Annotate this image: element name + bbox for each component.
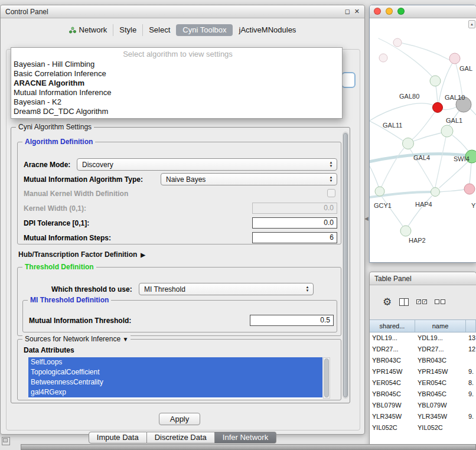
dropdown-item[interactable]: Bayesian - K2: [11, 97, 342, 107]
kernel-width-field[interactable]: 0.0: [252, 203, 337, 214]
algorithm-select-fragment[interactable]: [341, 72, 356, 88]
zoom-button[interactable]: [397, 8, 405, 15]
network-edge[interactable]: [382, 148, 404, 187]
node-gal10[interactable]: [433, 103, 443, 113]
gear-icon[interactable]: ⚙: [383, 297, 392, 307]
network-edge[interactable]: [439, 162, 468, 188]
tab-select[interactable]: Select: [142, 24, 176, 36]
close-window-icon[interactable]: ✕: [354, 8, 360, 15]
network-canvas[interactable]: GALGAL80GAL10GAL11GAL1SWI4GAL4GCY1HAP4HA…: [370, 19, 476, 262]
table-cell: [466, 422, 476, 433]
network-edge[interactable]: [452, 135, 468, 151]
mi-steps-field[interactable]: 6: [252, 232, 337, 243]
table-row[interactable]: YLR345WYLR345W9.: [370, 411, 476, 422]
node-gcy1[interactable]: [375, 187, 384, 196]
network-window-titlebar[interactable]: [370, 5, 476, 18]
dropdown-item[interactable]: Dream8 DC_TDC Algorithm: [11, 107, 342, 116]
dropdown-item[interactable]: Mutual Information Inference: [11, 88, 342, 97]
attribute-item[interactable]: TopologicalCoefficient: [28, 367, 322, 377]
attribute-item[interactable]: SelfLoops: [28, 357, 322, 367]
table-row[interactable]: YBR043CYBR043C: [370, 355, 476, 366]
table-row[interactable]: YBR045CYBR045C9.: [370, 389, 476, 400]
dropdown-item[interactable]: ARACNE Algorithm: [11, 79, 342, 88]
float-window-icon[interactable]: ◻: [345, 8, 350, 15]
sources-toggle[interactable]: Sources for Network Inference ▼: [22, 335, 131, 343]
table-row[interactable]: YIL052CYIL052C: [370, 422, 476, 433]
select-all-icon[interactable]: [416, 299, 427, 304]
scroll-up-button[interactable]: ▲: [468, 20, 475, 28]
dpi-tolerance-field[interactable]: 0.0: [252, 217, 337, 229]
hub-definition-toggle[interactable]: Hub/Transcription Factor Definition ▶: [18, 250, 145, 259]
which-threshold-select[interactable]: MI Threshold ▲▼: [139, 283, 314, 295]
tab-jactivemnodules[interactable]: jActiveMNodules: [233, 24, 302, 36]
table-row[interactable]: YBL079WYBL079W: [370, 400, 476, 411]
node-hap4[interactable]: [431, 188, 440, 197]
bottom-tab-discretize-data[interactable]: Discretize Data: [147, 432, 215, 444]
manual-kernel-checkbox[interactable]: [327, 189, 335, 197]
columns-icon[interactable]: [399, 298, 409, 306]
attribute-item[interactable]: gal4RGexp: [28, 387, 322, 397]
hub-definition-label: Hub/Transcription Factor Definition: [18, 250, 137, 259]
mi-threshold-field[interactable]: 0.5: [250, 315, 334, 326]
bottom-tab-infer-network[interactable]: Infer Network: [215, 432, 276, 444]
minimize-button[interactable]: [386, 8, 393, 15]
mi-type-select[interactable]: Naive Bayes ▲▼: [161, 173, 337, 185]
network-node[interactable]: [379, 54, 387, 62]
network-edge[interactable]: [370, 162, 379, 187]
table-row[interactable]: YDR27...YDR27...12: [370, 344, 476, 355]
network-edge[interactable]: [370, 103, 433, 123]
dropdown-item[interactable]: Basic Correlation Inference: [11, 69, 342, 79]
attributes-scrollbar[interactable]: [323, 357, 330, 399]
table-header: shared...name: [370, 319, 476, 332]
network-edge[interactable]: [382, 196, 403, 226]
tab-network[interactable]: Network: [63, 24, 113, 36]
network-edge[interactable]: [470, 163, 471, 184]
network-edge[interactable]: [440, 190, 464, 192]
node-gal80[interactable]: [430, 76, 441, 86]
expand-right-icon: ▶: [141, 252, 145, 258]
tab-style[interactable]: Style: [113, 24, 142, 36]
attribute-item[interactable]: BetweennessCentrality: [28, 377, 322, 387]
column-header[interactable]: name: [415, 320, 466, 332]
column-header[interactable]: shared...: [370, 320, 415, 332]
table-body: YDL19...YDL19...13YDR27...YDR27...12YBR0…: [370, 332, 476, 433]
deselect-all-icon[interactable]: [435, 299, 445, 304]
aracne-mode-select[interactable]: Discovery ▲▼: [77, 158, 337, 171]
table-row[interactable]: YDL19...YDL19...13: [370, 332, 476, 344]
node-gal[interactable]: [449, 53, 460, 64]
apply-button[interactable]: Apply: [159, 413, 200, 425]
splitter-collapse-icon[interactable]: ◀: [364, 216, 369, 221]
network-edge[interactable]: [402, 43, 450, 60]
table-row[interactable]: YPR145WYPR145W9.: [370, 366, 476, 377]
network-node[interactable]: [393, 38, 402, 47]
node-hap2[interactable]: [400, 226, 411, 236]
network-graph: GALGAL80GAL10GAL11GAL1SWI4GAL4GCY1HAP4HA…: [370, 19, 476, 263]
settings-scrollbar[interactable]: [343, 132, 348, 399]
close-button[interactable]: [374, 8, 381, 15]
algorithm-dropdown[interactable]: Select algorithm to view settingsBayesia…: [11, 47, 343, 119]
node-gal4[interactable]: [403, 138, 414, 149]
table-cell: YBR045C: [370, 389, 415, 400]
table-cell: YBR043C: [370, 355, 415, 366]
node-gal1[interactable]: [441, 125, 453, 137]
cyni-algorithm-settings-group: Cyni Algorithm Settings Algorithm Defini…: [11, 127, 350, 403]
control-panel-titlebar[interactable]: Control Panel ◻ ✕: [1, 5, 364, 18]
table-row[interactable]: YER054CYER054C8.: [370, 377, 476, 389]
network-node[interactable]: [464, 184, 475, 194]
combo-arrows-icon: ▲▼: [327, 161, 335, 168]
network-edge[interactable]: [470, 109, 476, 119]
table-cell: [466, 400, 476, 411]
network-edge[interactable]: [435, 137, 446, 187]
combo-arrows-icon: ▲▼: [327, 175, 335, 182]
bottom-tab-impute-data[interactable]: Impute Data: [89, 432, 147, 444]
column-header[interactable]: [466, 320, 476, 332]
table-cell: YBR045C: [415, 389, 466, 400]
table-panel-titlebar[interactable]: Table Panel: [370, 272, 476, 285]
which-threshold-label: Which threshold to use:: [51, 285, 132, 294]
tab-cyni-toolbox[interactable]: Cyni Toolbox: [176, 24, 232, 36]
network-edge[interactable]: [436, 86, 438, 102]
dropdown-item[interactable]: Bayesian - Hill Climbing: [11, 60, 342, 69]
network-edge[interactable]: [442, 107, 457, 110]
control-panel-window: Control Panel ◻ ✕ NetworkStyleSelectCyni…: [0, 5, 365, 435]
data-attributes-list[interactable]: SelfLoopsTopologicalCoefficientBetweenne…: [28, 357, 322, 399]
